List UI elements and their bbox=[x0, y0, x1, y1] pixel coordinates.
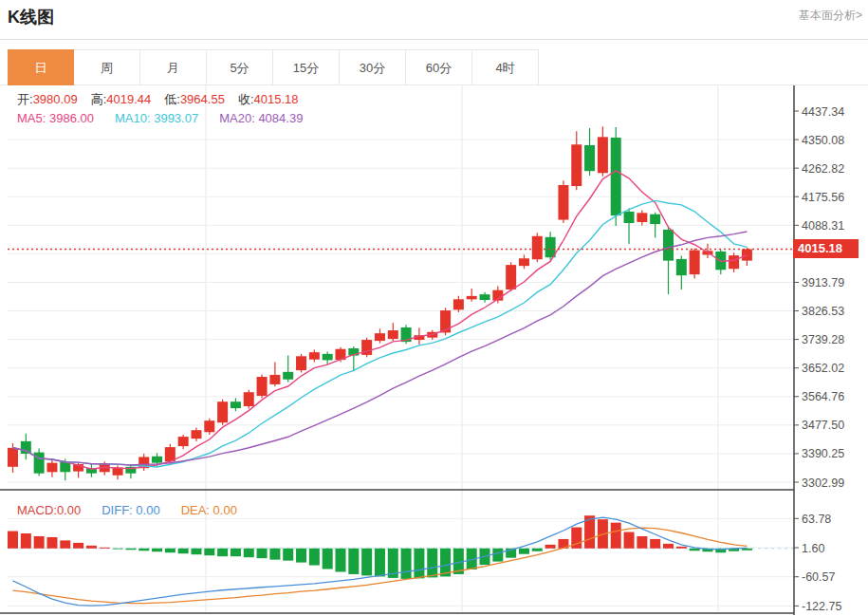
tab-30min[interactable]: 30分 bbox=[340, 49, 406, 85]
tab-month[interactable]: 月 bbox=[140, 49, 207, 85]
macd-bar bbox=[34, 536, 45, 549]
high-label: 高: bbox=[91, 92, 107, 106]
y-axis-label: 4175.56 bbox=[802, 191, 844, 204]
candle-body bbox=[663, 230, 674, 261]
macd-bar bbox=[492, 549, 503, 562]
macd-bar bbox=[283, 549, 293, 561]
page-title: K线图 bbox=[8, 6, 54, 28]
candle-body bbox=[191, 430, 201, 439]
candle-body bbox=[269, 375, 280, 384]
macd-bar bbox=[296, 549, 306, 563]
y-axis-label: 4088.31 bbox=[802, 219, 844, 233]
low-label: 低: bbox=[164, 92, 180, 106]
candle-body bbox=[152, 457, 162, 463]
candle-body bbox=[624, 212, 635, 223]
candle-body bbox=[388, 330, 398, 339]
macd-bar bbox=[113, 549, 123, 550]
candle-body bbox=[584, 145, 595, 171]
candle-body bbox=[519, 258, 529, 266]
macd-readout: MACD:0.00DIFF: 0.00DEA: 0.00 bbox=[17, 503, 258, 517]
y-axis-label: 4350.08 bbox=[802, 134, 844, 147]
candle-body bbox=[742, 250, 752, 261]
y-axis-label: 3302.99 bbox=[802, 476, 844, 490]
macd-bar bbox=[650, 539, 660, 549]
candle-body bbox=[231, 401, 241, 408]
tab-4hour[interactable]: 4时 bbox=[472, 49, 539, 85]
macd-bar bbox=[401, 549, 412, 579]
macd-bar bbox=[532, 549, 543, 551]
diff-value-readout: DIFF: 0.00 bbox=[102, 503, 159, 517]
low-value: 3964.55 bbox=[180, 92, 225, 106]
ma10-readout: MA10: 3993.07 bbox=[115, 111, 198, 125]
macd-bar bbox=[427, 549, 437, 578]
macd-bar bbox=[139, 549, 149, 551]
candle-body bbox=[637, 213, 647, 222]
high-value: 4019.44 bbox=[106, 92, 151, 106]
candle-body bbox=[598, 137, 608, 173]
tab-day[interactable]: 日 bbox=[8, 49, 74, 85]
macd-bar bbox=[624, 532, 635, 549]
macd-bar bbox=[663, 544, 674, 549]
candle-body bbox=[283, 372, 293, 380]
last-price-tag: 4015.18 bbox=[793, 239, 859, 258]
macd-bar bbox=[676, 547, 687, 549]
macd-bar bbox=[690, 549, 700, 551]
macd-value-readout: MACD:0.00 bbox=[17, 503, 81, 517]
candle-body bbox=[178, 437, 189, 446]
macd-bar bbox=[217, 549, 228, 556]
macd-bar bbox=[742, 549, 752, 551]
open-label: 开: bbox=[17, 92, 33, 106]
fundamental-analysis-link[interactable]: 基本面分析> bbox=[799, 8, 862, 24]
macd-bar bbox=[519, 549, 529, 554]
candle-body bbox=[532, 236, 543, 259]
kline-page: 4437.344350.084262.824175.564088.313913.… bbox=[0, 0, 868, 616]
macd-bar bbox=[611, 523, 621, 549]
interval-tabs: 日 周 月 5分 15分 30分 60分 4时 bbox=[8, 49, 539, 85]
candle-body bbox=[296, 356, 306, 370]
macd-bar bbox=[86, 546, 97, 549]
candle-body bbox=[571, 144, 582, 186]
macd-bar bbox=[361, 549, 372, 576]
candle-body bbox=[8, 448, 18, 467]
candle-body bbox=[506, 265, 516, 289]
tab-60min[interactable]: 60分 bbox=[406, 49, 472, 85]
y-axis-label: 3739.28 bbox=[802, 333, 844, 346]
tab-week[interactable]: 周 bbox=[74, 49, 140, 85]
macd-bar bbox=[244, 549, 254, 557]
y-axis-label: 1.60 bbox=[802, 542, 824, 555]
candle-body bbox=[676, 259, 687, 275]
y-axis-label: 3826.53 bbox=[802, 305, 844, 318]
macd-bar bbox=[204, 549, 214, 555]
ma-readout: MA5: 3986.00MA10: 3993.07MA20: 4084.39 bbox=[17, 111, 323, 125]
candle-body bbox=[217, 401, 228, 422]
macd-bar bbox=[46, 537, 57, 549]
tab-5min[interactable]: 5分 bbox=[207, 49, 273, 85]
candle-body bbox=[244, 392, 254, 406]
macd-bar bbox=[309, 549, 320, 566]
macd-bar bbox=[269, 549, 280, 560]
candle-body bbox=[480, 294, 490, 300]
tab-15min[interactable]: 15分 bbox=[273, 49, 340, 85]
y-axis-label: 4437.34 bbox=[802, 105, 844, 119]
y-axis-label: 3564.76 bbox=[802, 390, 844, 403]
macd-bar bbox=[73, 543, 83, 549]
macd-bar bbox=[414, 549, 424, 579]
candle-body bbox=[204, 420, 214, 432]
title-divider bbox=[0, 39, 868, 40]
y-axis-label: 3390.25 bbox=[802, 447, 844, 460]
candle-body bbox=[690, 251, 700, 275]
y-axis-label: -122.75 bbox=[802, 600, 841, 613]
ma5-line bbox=[13, 171, 748, 469]
macd-bar bbox=[125, 549, 136, 550]
macd-bar bbox=[21, 533, 31, 549]
macd-bar bbox=[637, 536, 647, 549]
y-axis-label: -60.57 bbox=[802, 570, 835, 584]
y-axis-label: 63.78 bbox=[802, 513, 831, 526]
candle-body bbox=[46, 463, 57, 473]
y-axis-label: 4262.82 bbox=[802, 162, 844, 176]
y-axis-label: 3477.50 bbox=[802, 419, 844, 432]
ma20-readout: MA20: 4084.39 bbox=[219, 111, 303, 125]
macd-bar bbox=[323, 549, 333, 569]
open-value: 3980.09 bbox=[33, 92, 78, 106]
candle-body bbox=[375, 333, 385, 341]
